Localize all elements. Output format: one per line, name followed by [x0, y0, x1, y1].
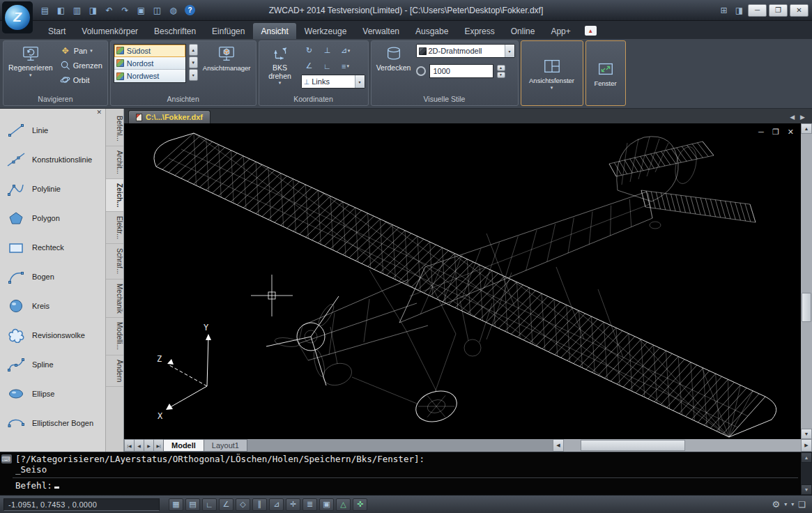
ansichtsfenster-button[interactable]: Ansichtsfenster ▾	[524, 55, 580, 91]
save-icon[interactable]: ▥	[70, 3, 84, 17]
otrack-toggle[interactable]: ∥	[252, 498, 267, 511]
open-file-icon[interactable]: ◧	[54, 3, 68, 17]
shade-toggle-icon[interactable]	[416, 66, 426, 76]
group-label-ansichten[interactable]: Ansichten	[111, 94, 256, 105]
annotation-scale-toggle[interactable]: ✜	[353, 498, 367, 511]
tool-ellipse[interactable]: Ellipse	[0, 379, 105, 408]
tool-linie[interactable]: Linie	[0, 116, 105, 145]
palette-tab-aendern[interactable]: Ändern	[106, 355, 123, 387]
view-row-nordost[interactable]: Nordost	[114, 57, 185, 70]
value-up-button[interactable]: ▲	[497, 65, 505, 71]
regenerieren-button[interactable]: Regenerieren ▾	[6, 43, 55, 93]
view-scroll-down-button[interactable]: ▼	[189, 56, 198, 68]
group-label-navigieren[interactable]: Navigieren	[3, 94, 107, 105]
caret-down-icon[interactable]: ▾	[355, 75, 365, 88]
tab-verwalten[interactable]: Verwalten	[355, 23, 407, 39]
tool-elliptischer-bogen[interactable]: Elliptischer Bogen	[0, 408, 105, 438]
links-dropdown[interactable]: ⊥ Links ▾	[301, 75, 365, 89]
canvas-vertical-scrollbar[interactable]: ▲ ▼	[801, 123, 812, 439]
tool-polygon[interactable]: Polygon	[0, 204, 105, 233]
vertical-scroll-thumb[interactable]	[802, 293, 811, 322]
tab-ansicht[interactable]: Ansicht	[253, 23, 296, 39]
lineweight-toggle[interactable]: ≣	[302, 498, 317, 511]
status-settings-gear-icon[interactable]: ⚙	[772, 499, 781, 510]
palette-tab-befehl[interactable]: Befehl...	[106, 112, 123, 146]
tab-online[interactable]: Online	[503, 23, 543, 39]
ducs-toggle[interactable]: ⊿	[269, 498, 284, 511]
tab-beschriften[interactable]: Beschriften	[146, 23, 204, 39]
horizontal-scroll-track[interactable]	[564, 439, 801, 452]
workspace-icon[interactable]: ⊞	[717, 6, 730, 15]
verdecken-button[interactable]: Verdecken	[374, 43, 413, 93]
scroll-left-button[interactable]: ◀	[553, 439, 564, 452]
vertical-scroll-track[interactable]	[801, 134, 812, 429]
tab-einfuegen[interactable]: Einfügen	[204, 23, 252, 39]
last-layout-button[interactable]: ▶|	[153, 439, 163, 452]
tab-werkzeuge[interactable]: Werkzeuge	[297, 23, 354, 39]
palette-close-icon[interactable]: ✕	[97, 109, 102, 116]
scroll-up-button[interactable]: ▲	[801, 123, 812, 134]
tool-polylinie[interactable]: Polylinie	[0, 174, 105, 204]
drawing-canvas[interactable]: Y X Z ─ ❐ ✕	[124, 123, 801, 439]
dyn-toggle[interactable]: ✛	[286, 498, 300, 511]
first-layout-button[interactable]: |◀	[124, 439, 134, 452]
command-line-area[interactable]: ⌨ [?/Kategorisieren/LAyerstatus/ORthogon…	[0, 452, 812, 495]
ucs-z-axis-button[interactable]: ∠	[301, 59, 318, 72]
ucs-world-button[interactable]: ↻	[301, 44, 318, 57]
save-as-icon[interactable]: ◨	[86, 3, 100, 17]
status-menu-caret-icon[interactable]: ▾	[791, 501, 794, 507]
mdi-minimize-icon[interactable]: ─	[758, 128, 764, 137]
grid-toggle[interactable]: ▤	[185, 498, 200, 511]
tool-revisionswolke[interactable]: Revisionswolke	[0, 321, 105, 350]
palette-tab-modelli[interactable]: Modelli...	[106, 318, 123, 355]
group-label-visuelle-stile[interactable]: Visuelle Stile	[371, 94, 518, 105]
group-label-koordinaten[interactable]: Koordinaten	[259, 94, 368, 105]
command-keyboard-icon[interactable]: ⌨	[1, 454, 12, 464]
view-row-suedost[interactable]: Südost	[114, 45, 185, 57]
doc-tab-scroll-right-icon[interactable]: ▶	[800, 114, 805, 121]
tab-ausgabe[interactable]: Ausgabe	[408, 23, 456, 39]
command-prompt-line[interactable]: Befehl:	[15, 480, 798, 491]
palette-tab-mechanik[interactable]: Mechanik	[106, 280, 123, 319]
view-more-button[interactable]: ▾	[189, 69, 198, 81]
palette-tab-schraf[interactable]: Schraf...	[106, 244, 123, 279]
tab-modell[interactable]: Modell	[163, 439, 204, 452]
mdi-close-icon[interactable]: ✕	[788, 128, 794, 137]
plot-icon[interactable]: ▣	[134, 3, 148, 17]
annotation-visibility-toggle[interactable]: △	[336, 498, 351, 511]
redo-icon[interactable]: ↷	[118, 3, 132, 17]
scroll-down-button[interactable]: ▼	[801, 429, 812, 439]
value-down-button[interactable]: ▼	[497, 72, 505, 78]
ucs-face-button[interactable]: ∟	[319, 59, 336, 72]
tab-layout1[interactable]: Layout1	[204, 439, 247, 452]
tool-rechteck[interactable]: Rechteck	[0, 233, 105, 262]
visual-style-dropdown[interactable]: 2D-Drahtmodell ▾	[416, 44, 515, 58]
window-switch-icon[interactable]: ◫	[150, 3, 164, 17]
tool-kreis[interactable]: Kreis	[0, 291, 105, 321]
ucs-origin-button[interactable]: ⊥	[319, 44, 336, 57]
doc-tab-scroll-left-icon[interactable]: ◀	[790, 114, 795, 121]
tool-spline[interactable]: Spline	[0, 350, 105, 379]
app-logo[interactable]: Z	[2, 1, 33, 33]
palette-tab-archit[interactable]: Archit...	[106, 146, 123, 179]
view-row-nordwest[interactable]: Nordwest	[114, 70, 185, 82]
polar-toggle[interactable]: ∠	[219, 498, 233, 511]
mdi-restore-icon[interactable]: ❐	[772, 128, 779, 137]
pan-button[interactable]: ✥ Pan ▾	[58, 44, 105, 57]
new-file-icon[interactable]: ▤	[38, 3, 52, 17]
maximize-button[interactable]: ❐	[769, 4, 788, 17]
orbit-button[interactable]: Orbit	[58, 73, 105, 86]
tab-volumenkoerper[interactable]: Volumenkörper	[74, 23, 146, 39]
ortho-toggle[interactable]: ∟	[202, 498, 217, 511]
document-tab[interactable]: C:\...\Fokker.dxf	[128, 110, 210, 123]
bks-drehen-button[interactable]: BKS drehen ▾	[262, 43, 298, 93]
command-scrollbar[interactable]: ▲ ▼	[801, 452, 812, 495]
command-scroll-up-button[interactable]: ▲	[801, 452, 812, 463]
options-icon[interactable]: ◍	[166, 3, 181, 17]
command-scroll-down-button[interactable]: ▼	[801, 484, 812, 495]
ansichtmanager-button[interactable]: Ansichtmanager	[201, 43, 253, 93]
palette-tab-elektr[interactable]: Elektr...	[106, 212, 123, 244]
palette-tab-zeich[interactable]: Zeich...	[106, 179, 123, 212]
tool-partial[interactable]	[0, 438, 105, 452]
tool-bogen[interactable]: Bogen	[0, 262, 105, 291]
